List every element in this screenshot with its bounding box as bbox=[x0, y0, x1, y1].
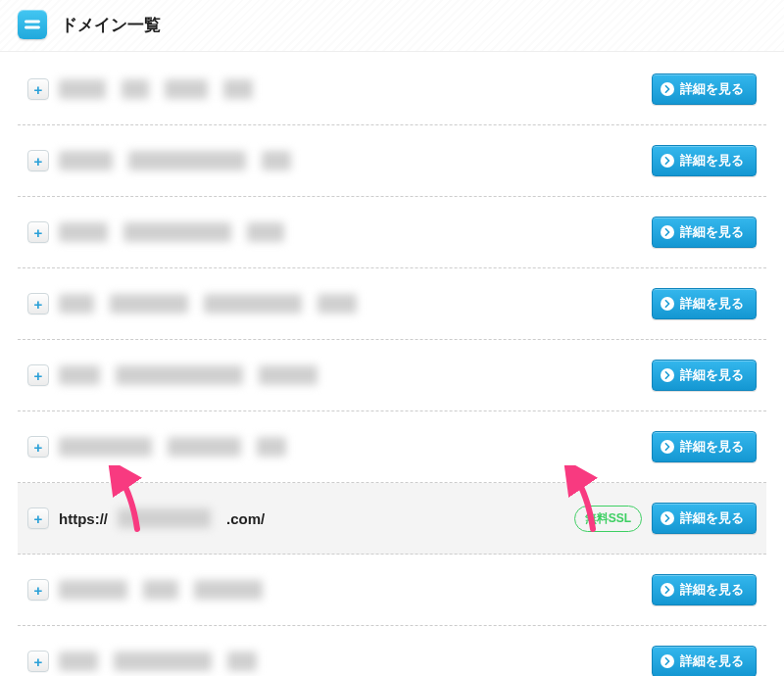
arrow-right-icon bbox=[661, 440, 674, 454]
redacted-text bbox=[123, 222, 231, 242]
detail-button-label: 詳細を見る bbox=[680, 223, 744, 241]
redacted-text bbox=[110, 294, 188, 314]
arrow-right-icon bbox=[661, 583, 674, 597]
detail-button-label: 詳細を見る bbox=[680, 366, 744, 384]
redacted-text bbox=[168, 437, 241, 457]
view-detail-button[interactable]: 詳細を見る bbox=[652, 145, 757, 176]
domain-row: +詳細を見る bbox=[18, 125, 766, 197]
page-header: ドメイン一覧 bbox=[0, 0, 784, 52]
redacted-text bbox=[118, 508, 211, 528]
view-detail-button[interactable]: 詳細を見る bbox=[652, 217, 757, 248]
redacted-text bbox=[59, 580, 127, 600]
plus-icon: + bbox=[34, 368, 43, 383]
domain-row: +詳細を見る bbox=[18, 626, 766, 676]
domain-row: +詳細を見る bbox=[18, 197, 766, 268]
plus-icon: + bbox=[34, 440, 43, 455]
redacted-text bbox=[116, 365, 243, 385]
expand-button[interactable]: + bbox=[27, 651, 49, 672]
plus-icon: + bbox=[34, 154, 43, 169]
detail-button-label: 詳細を見る bbox=[680, 80, 744, 98]
detail-button-label: 詳細を見る bbox=[680, 295, 744, 313]
free-ssl-badge: 無料SSL bbox=[574, 506, 642, 532]
redacted-text bbox=[227, 652, 257, 671]
expand-button[interactable]: + bbox=[27, 221, 49, 243]
detail-button-label: 詳細を見る bbox=[680, 652, 744, 670]
plus-icon: + bbox=[34, 225, 43, 240]
redacted-text bbox=[59, 437, 152, 457]
domain-name[interactable] bbox=[59, 222, 642, 242]
arrow-right-icon bbox=[661, 225, 674, 239]
expand-button[interactable]: + bbox=[27, 507, 49, 529]
view-detail-button[interactable]: 詳細を見る bbox=[652, 73, 757, 105]
view-detail-button[interactable]: 詳細を見る bbox=[652, 288, 757, 319]
redacted-text bbox=[194, 580, 263, 600]
domain-name[interactable] bbox=[59, 365, 642, 385]
plus-icon: + bbox=[34, 511, 43, 526]
detail-button-label: 詳細を見る bbox=[680, 438, 744, 456]
redacted-text bbox=[259, 365, 318, 385]
expand-button[interactable]: + bbox=[27, 293, 49, 314]
plus-icon: + bbox=[34, 583, 43, 598]
domain-row: +詳細を見る bbox=[18, 340, 766, 411]
page-title: ドメイン一覧 bbox=[61, 14, 161, 36]
plus-icon: + bbox=[34, 654, 43, 669]
domain-row: +https://.com/無料SSL詳細を見る bbox=[18, 483, 766, 555]
domain-name[interactable] bbox=[59, 79, 642, 99]
expand-button[interactable]: + bbox=[27, 78, 49, 100]
redacted-text bbox=[204, 294, 302, 314]
redacted-text bbox=[59, 365, 100, 385]
expand-button[interactable]: + bbox=[27, 579, 49, 601]
domain-name[interactable] bbox=[59, 580, 642, 600]
domain-row: +詳細を見る bbox=[18, 54, 766, 125]
arrow-right-icon bbox=[661, 654, 674, 668]
arrow-right-icon bbox=[661, 297, 674, 311]
domain-url-prefix: https:// bbox=[59, 510, 108, 527]
view-detail-button[interactable]: 詳細を見る bbox=[652, 431, 757, 462]
redacted-text bbox=[59, 294, 94, 314]
redacted-text bbox=[247, 222, 284, 242]
detail-button-label: 詳細を見る bbox=[680, 509, 744, 527]
redacted-text bbox=[143, 580, 178, 600]
redacted-text bbox=[165, 79, 208, 99]
view-detail-button[interactable]: 詳細を見る bbox=[652, 574, 757, 605]
redacted-text bbox=[223, 79, 253, 99]
redacted-text bbox=[59, 79, 106, 99]
detail-button-label: 詳細を見る bbox=[680, 152, 744, 169]
arrow-right-icon bbox=[661, 368, 674, 382]
redacted-text bbox=[262, 151, 291, 170]
redacted-text bbox=[59, 222, 108, 242]
redacted-text bbox=[59, 652, 98, 671]
redacted-text bbox=[128, 151, 246, 170]
domain-row: +詳細を見る bbox=[18, 411, 766, 483]
redacted-text bbox=[59, 151, 113, 170]
domain-name[interactable] bbox=[59, 437, 642, 457]
domain-url-suffix: .com/ bbox=[226, 510, 265, 527]
redacted-text bbox=[257, 437, 286, 457]
domain-name[interactable] bbox=[59, 294, 642, 314]
expand-button[interactable]: + bbox=[27, 436, 49, 458]
view-detail-button[interactable]: 詳細を見る bbox=[652, 646, 757, 676]
detail-button-label: 詳細を見る bbox=[680, 581, 744, 599]
arrow-right-icon bbox=[661, 154, 674, 168]
arrow-right-icon bbox=[661, 82, 674, 96]
view-detail-button[interactable]: 詳細を見る bbox=[652, 503, 757, 534]
domain-row: +詳細を見る bbox=[18, 555, 766, 626]
domain-name[interactable] bbox=[59, 151, 642, 170]
redacted-text bbox=[122, 79, 149, 99]
redacted-text bbox=[318, 294, 357, 314]
domain-list: +詳細を見る+詳細を見る+詳細を見る+詳細を見る+詳細を見る+詳細を見る+htt… bbox=[0, 52, 784, 676]
domain-row: +詳細を見る bbox=[18, 268, 766, 340]
redacted-text bbox=[114, 652, 212, 671]
domain-name[interactable] bbox=[59, 652, 642, 671]
plus-icon: + bbox=[34, 82, 43, 97]
arrow-right-icon bbox=[661, 511, 674, 525]
domain-name[interactable]: https://.com/ bbox=[59, 508, 564, 528]
expand-button[interactable]: + bbox=[27, 150, 49, 171]
view-detail-button[interactable]: 詳細を見る bbox=[652, 360, 757, 391]
domain-list-icon bbox=[18, 10, 47, 39]
expand-button[interactable]: + bbox=[27, 364, 49, 386]
plus-icon: + bbox=[34, 297, 43, 312]
